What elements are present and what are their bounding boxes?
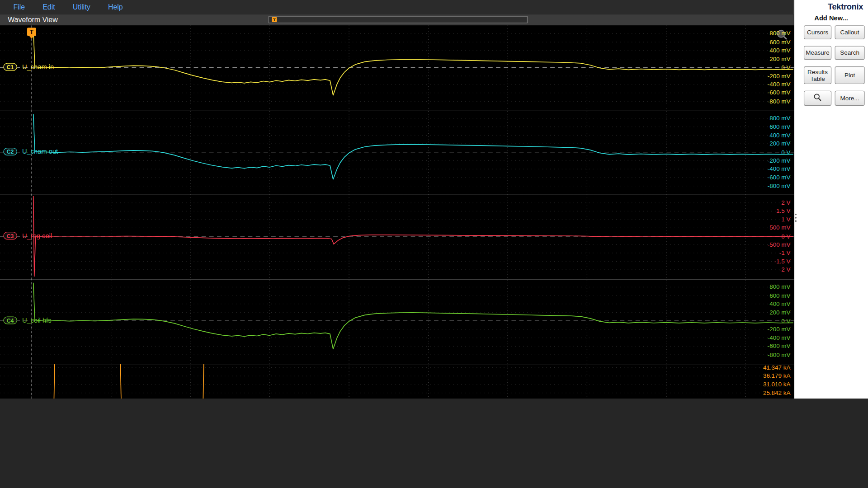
nav-trigger-marker[interactable]: T	[272, 17, 277, 22]
channel-label-c3: U_rog coil	[22, 232, 52, 240]
scale-label-c2: -200 mV	[742, 157, 791, 164]
scale-label-c4: 800 mV	[742, 283, 791, 291]
horizontal-position-indicator[interactable]: T	[269, 16, 528, 23]
trace-m1	[32, 337, 793, 399]
channel-handle-c3[interactable]: C3	[3, 232, 17, 239]
scale-label-c1: 400 mV	[742, 47, 791, 54]
measure-button[interactable]: Measure	[804, 46, 831, 60]
scale-label-c1: 800 mV	[742, 30, 791, 37]
scale-label-c3: -1.5 V	[742, 258, 791, 265]
scale-label-c2: -400 mV	[742, 165, 791, 173]
scale-label-c1: 0 V	[742, 64, 791, 71]
scale-label-m1: 31.010 kA	[742, 381, 791, 388]
scale-label-c3: 1.5 V	[742, 207, 791, 215]
scale-label-c4: 200 mV	[742, 309, 791, 316]
scale-label-c1: 200 mV	[742, 56, 791, 63]
scale-label-c4: -800 mV	[742, 351, 791, 358]
scale-label-c3: -1 V	[742, 249, 791, 257]
trace-c2	[33, 114, 793, 179]
channel-label-c4: U_coil hfs	[22, 316, 52, 324]
scale-label-c1: -400 mV	[742, 81, 791, 88]
channel-label-c2: U_cham out	[22, 148, 58, 156]
channel-handle-c1[interactable]: C1	[3, 63, 17, 71]
scale-label-m1: 25.842 kA	[742, 389, 791, 397]
scale-label-c2: 400 mV	[742, 131, 791, 139]
menu-edit[interactable]: Edit	[34, 0, 64, 14]
scale-label-c4: -600 mV	[742, 343, 791, 350]
scale-label-c1: -800 mV	[742, 98, 791, 105]
menu-bar: File Edit Utility Help	[0, 0, 794, 14]
scale-label-c4: -400 mV	[742, 334, 791, 342]
add-new-panel: Tektronix Add New... Cursors Callout Mea…	[794, 0, 868, 399]
scale-label-c1: 600 mV	[742, 38, 791, 46]
scale-label-c2: 0 V	[742, 149, 791, 156]
channel-label-c1: U_cham in	[22, 63, 54, 71]
results-table-button[interactable]: Results Table	[804, 66, 831, 84]
scale-label-c2: 800 mV	[742, 115, 791, 122]
channel-handle-c2[interactable]: C2	[3, 148, 17, 155]
cursors-button[interactable]: Cursors	[804, 25, 831, 39]
waveform-view-title: Waveform View	[8, 14, 58, 25]
callout-button[interactable]: Callout	[835, 25, 865, 39]
trace-c4	[33, 283, 793, 349]
waveform-view-window: Waveform View T T 800 mV600 mV400 mV200 …	[0, 14, 794, 399]
scale-label-c3: -2 V	[742, 266, 791, 273]
plot-button[interactable]: Plot	[835, 66, 865, 84]
tektronix-logo: Tektronix	[828, 2, 863, 11]
menu-file[interactable]: File	[5, 0, 34, 14]
panel-splitter-grip[interactable]	[795, 214, 797, 222]
scale-label-c4: 600 mV	[742, 292, 791, 299]
waveform-display[interactable]: T 800 mV600 mV400 mV200 mV0 V-200 mV-400…	[0, 25, 794, 399]
scale-label-c3: 500 mV	[742, 224, 791, 231]
scale-label-c3: 0 V	[742, 233, 791, 240]
zoom-tool-button[interactable]	[804, 91, 831, 106]
channel-handle-c4[interactable]: C4	[3, 316, 17, 324]
trace-c1	[33, 29, 793, 95]
scale-label-m1: 20.673 kA	[742, 398, 791, 399]
magnifier-icon	[813, 93, 822, 103]
search-button[interactable]: Search	[835, 46, 865, 60]
scale-label-c1: -200 mV	[742, 72, 791, 80]
menu-utility[interactable]: Utility	[64, 0, 99, 14]
scale-label-c4: 0 V	[742, 317, 791, 324]
scale-label-c2: -800 mV	[742, 183, 791, 190]
scale-label-m1: 36.179 kA	[742, 372, 791, 380]
scale-label-m1: 41.347 kA	[742, 364, 791, 371]
add-new-header: Add New...	[794, 14, 868, 22]
scale-label-c3: 1 V	[742, 216, 791, 223]
waveform-view-header: Waveform View T	[0, 14, 794, 25]
trigger-flag-icon[interactable]: T	[27, 28, 36, 36]
waveform-canvas	[0, 25, 794, 399]
scale-label-c2: 200 mV	[742, 140, 791, 147]
scale-label-c2: 600 mV	[742, 123, 791, 131]
scale-label-c3: -500 mV	[742, 241, 791, 248]
scale-label-c3: 2 V	[742, 199, 791, 206]
scale-label-c2: -600 mV	[742, 174, 791, 181]
scale-label-c1: -600 mV	[742, 89, 791, 97]
oscilloscope-app: File Edit Utility Help Tektronix Add New…	[0, 0, 868, 399]
scale-label-c4: 400 mV	[742, 300, 791, 308]
scale-label-c4: -200 mV	[742, 326, 791, 333]
menu-help[interactable]: Help	[99, 0, 132, 14]
more-button[interactable]: More...	[835, 91, 865, 106]
